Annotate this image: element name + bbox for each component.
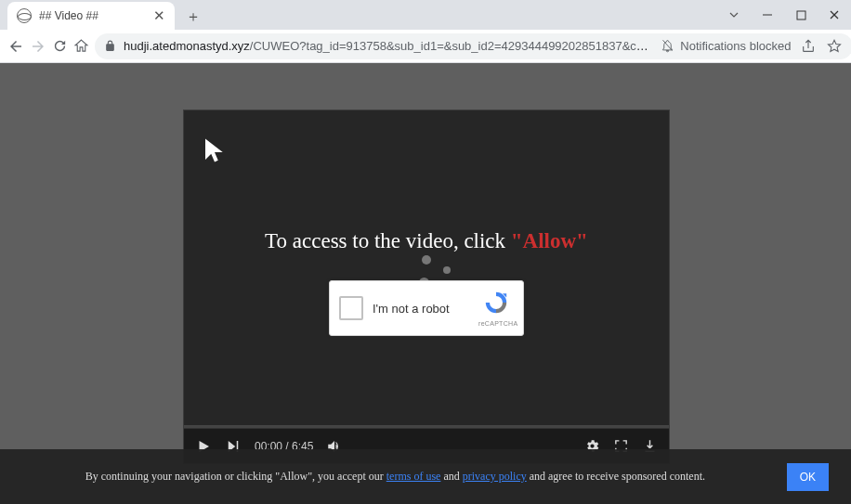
url-host: hudji.atedmonastyd.xyz [124,39,250,53]
url-path: /CUWEO?tag_id=913758&sub_id1=&sub_id2=42… [250,39,653,53]
video-player: To access to the video, click "Allow" I'… [183,110,670,464]
terms-of-use-link[interactable]: terms of use [386,470,441,483]
close-tab-button[interactable]: ✕ [152,9,165,22]
page-content: To access to the video, click "Allow" I'… [0,63,851,504]
privacy-policy-link[interactable]: privacy policy [463,470,527,483]
tab-title: ## Video ## [39,9,152,22]
back-button[interactable] [7,36,24,57]
notifications-blocked-indicator[interactable]: Notifications blocked [661,39,791,53]
recaptcha-brand: reCAPTCHA [478,320,514,327]
browser-tab-strip: ## Video ## ✕ ＋ [0,0,851,30]
consent-suffix: and agree to receive sponsored content. [527,470,705,483]
consent-and: and [440,470,462,483]
address-bar[interactable]: hudji.atedmonastyd.xyz/CUWEO?tag_id=9137… [95,33,851,59]
video-progress-bar[interactable] [184,425,669,428]
share-icon[interactable] [799,37,818,56]
overlay-allow-word: "Allow" [511,229,588,252]
forward-button[interactable] [30,36,46,57]
recaptcha-logo: reCAPTCHA [478,290,514,327]
close-window-button[interactable] [818,0,851,30]
lock-icon [104,40,116,52]
recaptcha-widget: I'm not a robot reCAPTCHA [329,280,524,336]
home-button[interactable] [73,36,89,57]
consent-text: By continuing your navigation or clickin… [22,470,768,484]
bell-off-icon [661,39,674,53]
new-tab-button[interactable]: ＋ [180,4,206,30]
recaptcha-icon [483,290,509,316]
bookmark-star-icon[interactable] [825,37,844,56]
url-text: hudji.atedmonastyd.xyz/CUWEO?tag_id=9137… [124,39,653,53]
minimize-button[interactable] [751,0,784,30]
maximize-button[interactable] [784,0,818,30]
browser-tab[interactable]: ## Video ## ✕ [7,2,175,30]
cursor-arrow-icon [201,136,229,164]
recaptcha-checkbox[interactable] [339,296,363,320]
window-controls [717,0,851,30]
consent-prefix: By continuing your navigation or clickin… [85,470,386,483]
chevron-down-icon[interactable] [717,0,751,30]
video-overlay-message: To access to the video, click "Allow" [184,229,669,253]
consent-banner: By continuing your navigation or clickin… [0,449,851,504]
video-area[interactable]: To access to the video, click "Allow" I'… [184,110,669,428]
consent-ok-button[interactable]: OK [787,463,829,491]
recaptcha-label: I'm not a robot [373,302,478,316]
notifications-blocked-label: Notifications blocked [680,39,791,53]
browser-toolbar: hudji.atedmonastyd.xyz/CUWEO?tag_id=9137… [0,30,851,63]
overlay-prefix: To access to the video, click [265,229,511,252]
reload-button[interactable] [52,36,68,57]
globe-icon [17,8,32,23]
svg-rect-1 [797,11,805,19]
